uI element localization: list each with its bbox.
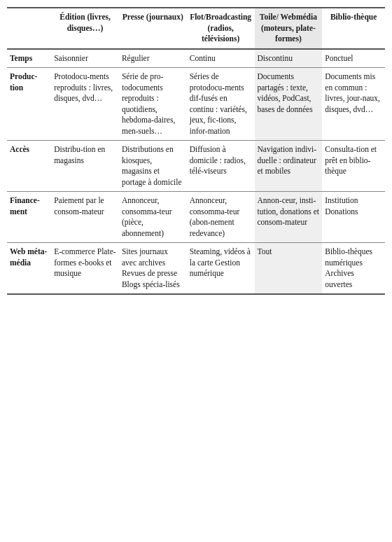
- cell-toile-row4: Tout: [255, 243, 323, 295]
- cell-presse-row2: Distributions en kiosques, magasins et p…: [119, 141, 187, 192]
- cell-presse-row3: Annonceur, consomma-teur (pièce, abonnem…: [119, 192, 187, 243]
- cell-flot-row4: Steaming, vidéos à la carte Gestion numé…: [187, 243, 255, 295]
- table-row: TempsSaisonnierRégulierContinuDiscontinu…: [7, 49, 385, 68]
- cell-toile-row3: Annon-ceur, insti-tution, donations et c…: [255, 192, 323, 243]
- table-row: Web méta-médiaE-commerce Plate-formes e-…: [7, 243, 385, 295]
- cell-biblio-row3: Institution Donations: [322, 192, 385, 243]
- cell-header-row0: Temps: [7, 49, 51, 68]
- cell-presse-row0: Régulier: [119, 49, 187, 68]
- cell-presse-row1: Série de pro-todocuments reproduits : qu…: [119, 68, 187, 141]
- cell-edition-row0: Saisonnier: [51, 49, 119, 68]
- cell-biblio-row0: Ponctuel: [322, 49, 385, 68]
- cell-edition-row2: Distribu-tion en magasins: [51, 141, 119, 192]
- cell-biblio-row2: Consulta-tion et prêt en biblio-thèque: [322, 141, 385, 192]
- col-header-biblio: Biblio-thèque: [322, 8, 385, 49]
- col-header-edition: Édition (livres, disques…): [51, 8, 119, 49]
- table-row: Produc-tionProtodocu-ments reproduits : …: [7, 68, 385, 141]
- cell-presse-row4: Sites journaux avec archives Revues de p…: [119, 243, 187, 295]
- col-header-flot: Flot/Broadcasting (radios, télévisions): [187, 8, 255, 49]
- cell-flot-row3: Annonceur, consomma-teur (abon-nement re…: [187, 192, 255, 243]
- cell-flot-row2: Diffusion à domicile : radios, télé-vise…: [187, 141, 255, 192]
- cell-biblio-row4: Biblio-thèques numériques Archives ouver…: [322, 243, 385, 295]
- cell-edition-row1: Protodocu-ments reproduits : livres, dis…: [51, 68, 119, 141]
- table-row: Finance-mentPaiement par le consom-mateu…: [7, 192, 385, 243]
- cell-edition-row4: E-commerce Plate-formes e-books et musiq…: [51, 243, 119, 295]
- col-header-row: [7, 8, 51, 49]
- cell-flot-row0: Continu: [187, 49, 255, 68]
- cell-biblio-row1: Documents mis en commun : livres, jour-n…: [322, 68, 385, 141]
- cell-header-row3: Finance-ment: [7, 192, 51, 243]
- cell-header-row2: Accès: [7, 141, 51, 192]
- cell-flot-row1: Séries de protodocu-ments dif-fusés en c…: [187, 68, 255, 141]
- cell-toile-row1: Documents partagés : texte, vidéos, PodC…: [255, 68, 323, 141]
- cell-edition-row3: Paiement par le consom-mateur: [51, 192, 119, 243]
- cell-header-row1: Produc-tion: [7, 68, 51, 141]
- cell-toile-row2: Navigation indivi-duelle : ordinateur et…: [255, 141, 323, 192]
- col-header-toile: Toile/ Webmédia (moteurs, plate-formes): [255, 8, 323, 49]
- main-table: Édition (livres, disques…) Presse (journ…: [7, 7, 385, 295]
- cell-header-row4: Web méta-média: [7, 243, 51, 295]
- cell-toile-row0: Discontinu: [255, 49, 323, 68]
- table-row: AccèsDistribu-tion en magasinsDistributi…: [7, 141, 385, 192]
- col-header-presse: Presse (journaux): [119, 8, 187, 49]
